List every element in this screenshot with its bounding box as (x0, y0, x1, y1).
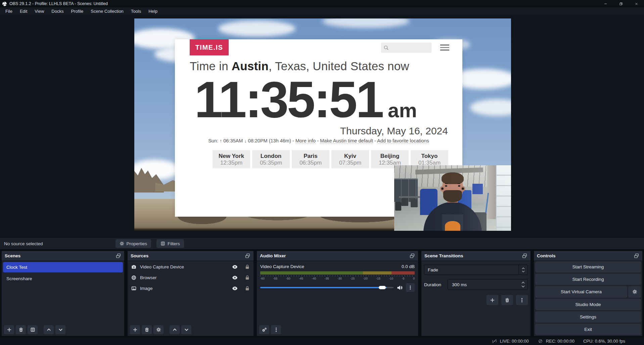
volume-slider[interactable] (260, 287, 394, 288)
audio-mixer-panel: Audio Mixer Video Capture Device 0.0 dB … (257, 251, 418, 336)
source-select-toolbar: No source selected Properties Filters (0, 238, 644, 249)
duration-row: Duration 300 ms (424, 279, 528, 290)
move-scene-down-button[interactable] (55, 325, 65, 334)
menu-tools[interactable]: Tools (127, 7, 145, 15)
source-item-image[interactable]: Image (128, 283, 254, 293)
virtual-camera-settings-button[interactable] (628, 286, 641, 297)
stream-inactive-icon (492, 339, 497, 344)
popout-icon[interactable] (409, 253, 415, 259)
exit-button[interactable]: Exit (535, 324, 641, 335)
scene-item-clock-test[interactable]: Clock Test (3, 262, 123, 272)
timeis-logo: TIME.IS (190, 39, 229, 55)
filters-button[interactable]: Filters (156, 239, 184, 248)
filters-label: Filters (168, 241, 180, 246)
scenes-title: Scenes (5, 253, 20, 258)
mixer-db-value: 0.0 dB (402, 264, 415, 269)
scenes-toolbar (4, 325, 122, 334)
source-item-video-capture[interactable]: Video Capture Device (128, 262, 254, 272)
lock-icon[interactable] (245, 275, 250, 280)
close-button[interactable] (629, 0, 644, 7)
transitions-header[interactable]: Scene Transitions (421, 251, 531, 261)
volume-meter (260, 271, 415, 274)
lock-icon[interactable] (245, 264, 250, 269)
sun-info-line: Sun: ↑ 06:35AM ↓ 08:20PM (13h 46m) - Mor… (175, 138, 462, 143)
properties-button[interactable]: Properties (116, 239, 151, 248)
settings-button[interactable]: Settings (535, 311, 641, 322)
remove-source-button[interactable] (142, 325, 152, 334)
scene-filters-button[interactable] (28, 325, 38, 334)
menu-docks[interactable]: Docks (48, 7, 67, 15)
lock-icon[interactable] (245, 286, 250, 291)
source-properties-button[interactable] (153, 325, 164, 334)
person-eyes (445, 185, 460, 188)
mixer-channel-menu-button[interactable] (406, 283, 415, 292)
duration-value[interactable]: 300 ms (448, 282, 519, 287)
world-clock-city: Tokyo (411, 153, 448, 160)
menu-file[interactable]: File (2, 7, 16, 15)
world-clock-city: London (252, 153, 290, 160)
source-item-browser[interactable]: Browser (128, 272, 254, 283)
add-scene-button[interactable] (4, 325, 14, 334)
transition-menu-button[interactable] (516, 295, 528, 305)
menu-view[interactable]: View (31, 7, 48, 15)
start-recording-button[interactable]: Start Recording (535, 274, 641, 285)
popout-icon[interactable] (522, 253, 527, 259)
sources-panel: Sources Video Capture Device Browser Ima… (127, 251, 254, 336)
popout-icon[interactable] (245, 253, 250, 259)
controls-header[interactable]: Controls (534, 251, 642, 261)
transition-value: Fade (424, 265, 518, 274)
select-arrows[interactable] (518, 265, 527, 274)
source-label: Image (140, 286, 153, 291)
restore-button[interactable] (613, 0, 629, 7)
scene-item-screenshare[interactable]: Screenshare (3, 273, 123, 284)
mixer-menu-button[interactable] (271, 325, 281, 334)
remove-transition-button[interactable] (501, 295, 513, 305)
clock-digits: 11:35:51 (194, 71, 382, 128)
start-streaming-button[interactable]: Start Streaming (535, 261, 641, 272)
menu-scene-collection[interactable]: Scene Collection (87, 7, 127, 15)
dots-vertical-icon (408, 285, 413, 290)
sun-times: Sun: ↑ 06:35AM ↓ 08:20PM (13h 46m) (208, 138, 291, 143)
speaker-icon[interactable] (397, 285, 403, 291)
cloud (470, 99, 511, 116)
webcam-overlay (394, 165, 511, 231)
remove-scene-button[interactable] (16, 325, 26, 334)
popout-icon[interactable] (116, 253, 121, 259)
advanced-audio-button[interactable] (259, 325, 269, 334)
visibility-eye-icon[interactable] (232, 275, 238, 281)
duration-spinbox[interactable]: 300 ms (448, 279, 528, 290)
menu-help[interactable]: Help (145, 7, 161, 15)
program-preview[interactable]: TIME.IS Time in Austin, Texas, United St… (134, 18, 511, 231)
menu-edit[interactable]: Edit (16, 7, 31, 15)
spin-arrows[interactable] (519, 282, 527, 288)
transition-select[interactable]: Fade (424, 265, 528, 275)
rec-status: REC: 00:00:00 (538, 339, 574, 344)
menu-profile[interactable]: Profile (67, 7, 87, 15)
restore-icon (619, 2, 623, 6)
camera-icon (131, 264, 136, 269)
popout-icon[interactable] (634, 253, 639, 259)
start-virtual-camera-button[interactable]: Start Virtual Camera (535, 286, 627, 297)
add-transition-button[interactable] (487, 295, 498, 305)
studio-mode-button[interactable]: Studio Mode (535, 299, 641, 310)
visibility-eye-icon[interactable] (232, 286, 238, 291)
dots-vertical-icon (519, 298, 524, 303)
sources-panel-header[interactable]: Sources (128, 251, 254, 261)
filter-icon (30, 327, 35, 332)
move-source-down-button[interactable] (181, 325, 191, 334)
transitions-title: Scene Transitions (424, 253, 463, 258)
trash-icon (144, 327, 149, 332)
scenes-panel-header[interactable]: Scenes (2, 251, 124, 261)
visibility-eye-icon[interactable] (232, 264, 238, 270)
add-source-button[interactable] (130, 325, 140, 334)
world-clock-city: New York (213, 153, 250, 160)
move-source-up-button[interactable] (170, 325, 180, 334)
cpu-fps-text: CPU: 0.6%, 30.00 fps (583, 339, 625, 344)
gear-icon (120, 241, 124, 246)
chevron-down-icon (184, 327, 189, 332)
volume-slider-handle[interactable] (379, 286, 386, 289)
move-scene-up-button[interactable] (44, 325, 54, 334)
source-status-text: No source selected (4, 241, 43, 246)
audio-mixer-header[interactable]: Audio Mixer (257, 251, 418, 261)
minimize-button[interactable] (598, 0, 613, 7)
